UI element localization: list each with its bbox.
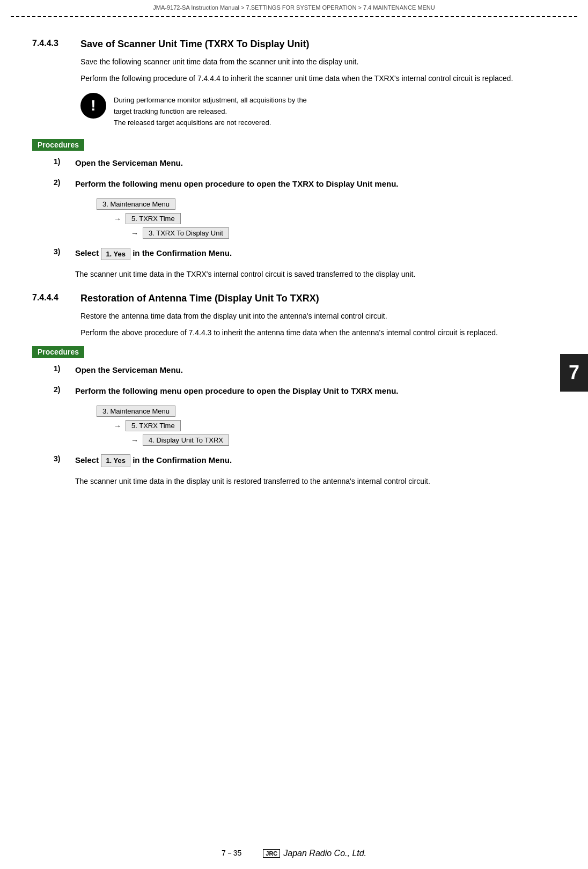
menu-s2-row-1: 3. Maintenance Menu [97, 406, 556, 417]
menu-row-3: → 3. TXRX To Display Unit [131, 227, 556, 239]
procedures-badge-1: Procedures [32, 139, 84, 151]
menu-s2-row-2: → 5. TXRX Time [114, 420, 556, 431]
page-footer: 7－35 JRC Japan Radio Co., Ltd. [0, 849, 588, 858]
menu-row-1: 3. Maintenance Menu [97, 198, 556, 210]
step-1-row: 1) Open the Serviceman Menu. [54, 157, 556, 170]
step-s2-3-row: 3) Select 1. Yes in the Confirmation Men… [54, 454, 556, 467]
jrc-label: JRC [263, 849, 280, 858]
section-7444-para1: Restore the antenna time data from the d… [80, 311, 556, 322]
warning-icon: ! [80, 93, 106, 119]
menu-row-2: → 5. TXRX Time [114, 213, 556, 224]
arrow-2: → [131, 229, 138, 238]
arrow-s2-1: → [114, 422, 121, 430]
menu-s2-row-3: → 4. Display Unit To TXRX [131, 434, 556, 446]
step-s2-1-row: 1) Open the Serviceman Menu. [54, 364, 556, 377]
menu-box-1: 3. Maintenance Menu [97, 198, 175, 210]
procedures-badge-2: Procedures [32, 346, 84, 358]
step-3-body: The scanner unit time data in the TXRX's… [75, 269, 556, 280]
arrow-s2-2: → [131, 436, 138, 445]
section-7443-para2: Perform the following procedure of 7.4.4… [80, 73, 556, 84]
section-7444-para2: Perform the above procedure of 7.4.4.3 t… [80, 327, 556, 338]
menu-box-2: 5. TXRX Time [126, 213, 181, 224]
step-3-text: Select 1. Yes in the Confirmation Menu. [75, 247, 232, 260]
warning-box: ! During performance monitor adjustment,… [80, 93, 508, 128]
step-s2-3-text: Select 1. Yes in the Confirmation Menu. [75, 454, 232, 467]
warning-text: During performance monitor adjustment, a… [114, 93, 307, 128]
yes-btn-2: 1. Yes [101, 454, 130, 467]
section-7444-title: Restoration of Antenna Time (Display Uni… [80, 293, 319, 304]
yes-btn-1: 1. Yes [101, 248, 130, 261]
step-1-text: Open the Serviceman Menu. [75, 157, 183, 170]
step-2-num: 2) [54, 178, 75, 187]
step-3-num: 3) [54, 247, 75, 256]
section-7443-para1: Save the following scanner unit time dat… [80, 56, 556, 68]
menu-diagram-2: 3. Maintenance Menu → 5. TXRX Time → 4. … [97, 406, 556, 446]
menu-s2-box-2: 5. TXRX Time [126, 420, 181, 431]
page-header: JMA-9172-SA Instruction Manual > 7.SETTI… [0, 0, 588, 13]
step-2-row: 2) Perform the following menu open proce… [54, 178, 556, 190]
step-s2-2-text: Perform the following menu open procedur… [75, 385, 399, 397]
company-logo: JRC Japan Radio Co., Ltd. [263, 849, 366, 858]
menu-box-3: 3. TXRX To Display Unit [143, 227, 229, 239]
step-s2-1-text: Open the Serviceman Menu. [75, 364, 183, 377]
section-7444-heading: 7.4.4.4 Restoration of Antenna Time (Dis… [32, 293, 556, 304]
step-s2-1-num: 1) [54, 364, 75, 373]
step-s2-3-body: The scanner unit time data in the displa… [75, 476, 556, 487]
chapter-tab: 7 [560, 354, 588, 392]
menu-diagram-1: 3. Maintenance Menu → 5. TXRX Time → 3. … [97, 198, 556, 239]
section-7443-title: Save of Scanner Unit Time (TXRX To Displ… [80, 39, 309, 50]
step-s2-2-num: 2) [54, 385, 75, 394]
page-number: 7－35 [222, 849, 241, 858]
arrow-1: → [114, 215, 121, 223]
step-1-num: 1) [54, 157, 75, 166]
step-2-text: Perform the following menu open procedur… [75, 178, 399, 190]
step-s2-3-num: 3) [54, 454, 75, 463]
step-s2-2-row: 2) Perform the following menu open proce… [54, 385, 556, 397]
breadcrumb: JMA-9172-SA Instruction Manual > 7.SETTI… [153, 4, 435, 11]
section-7443-heading: 7.4.4.3 Save of Scanner Unit Time (TXRX … [32, 39, 556, 50]
main-content: 7.4.4.3 Save of Scanner Unit Time (TXRX … [0, 17, 588, 503]
menu-s2-box-3: 4. Display Unit To TXRX [143, 434, 229, 446]
menu-s2-box-1: 3. Maintenance Menu [97, 406, 175, 417]
step-3-row: 3) Select 1. Yes in the Confirmation Men… [54, 247, 556, 260]
section-7443-num: 7.4.4.3 [32, 39, 80, 48]
company-name: Japan Radio Co., Ltd. [283, 849, 366, 858]
section-7444-num: 7.4.4.4 [32, 293, 80, 303]
